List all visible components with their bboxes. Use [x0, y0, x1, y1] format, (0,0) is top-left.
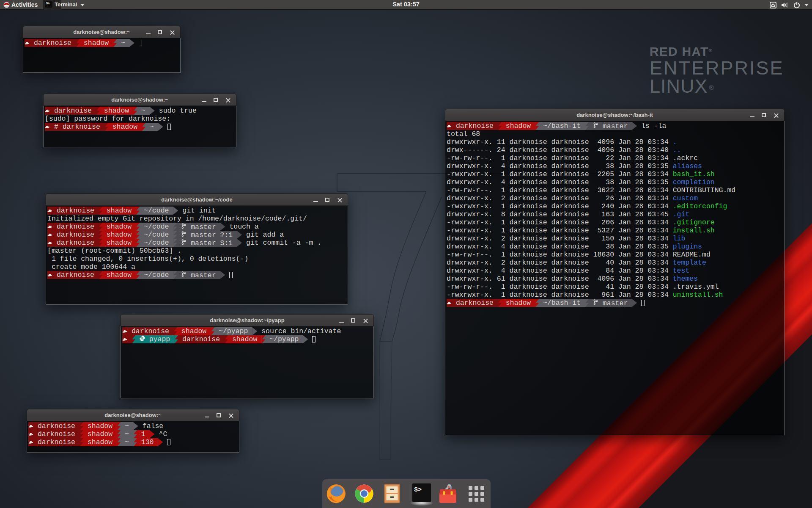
svg-text:$>: $> — [414, 486, 422, 494]
svg-text:$>: $> — [46, 2, 49, 5]
